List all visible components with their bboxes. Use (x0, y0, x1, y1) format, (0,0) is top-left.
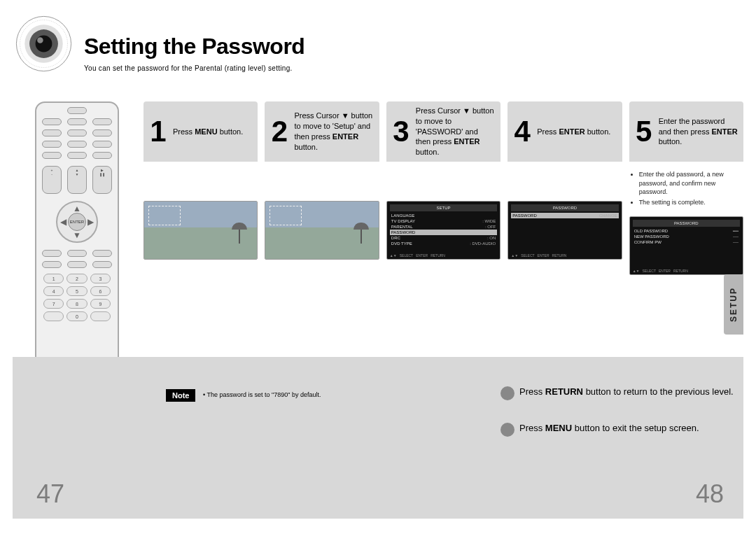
step-media: PASSWORDPASSWORDCHANGE▲▼SELECTENTERRETUR… (507, 201, 622, 260)
step-text: Press ENTER button. (537, 127, 610, 137)
step-number: 5 (634, 117, 654, 146)
tv-scene (265, 202, 378, 259)
header: Setting the Password You can set the pas… (14, 14, 742, 77)
steps-row: 1Press MENU button.2Press Cursor ▼ butto… (144, 101, 743, 275)
side-tab-setup: SETUP (724, 274, 743, 335)
step-number: 3 (391, 117, 412, 146)
step-text: Enter the password and then press ENTER … (659, 116, 738, 148)
step-header: 1Press MENU button. (144, 101, 258, 162)
step-media (144, 201, 258, 260)
page-subtitle: You can set the password for the Parenta… (84, 64, 293, 72)
step-header: 2Press Cursor ▼ button to move to 'Setup… (265, 101, 379, 162)
note-text: • The password is set to "7890" by defau… (203, 391, 321, 398)
osd-screen: PASSWORDOLD PASSWORD••••NEW PASSWORD----… (630, 217, 743, 274)
step-note-item: Enter the old password, a new password, … (639, 170, 743, 197)
page-number-left: 47 (36, 479, 64, 509)
step-header: 3Press Cursor ▼ button to move to 'PASSW… (386, 101, 500, 162)
step-media (265, 201, 379, 260)
step-number: 1 (148, 117, 169, 146)
step-number: 4 (512, 117, 533, 146)
footer-bullet-icon (500, 423, 514, 437)
footer-line-return: Press RETURN button to return to the pre… (519, 386, 734, 397)
footer-line-menu: Press MENU button to exit the setup scre… (519, 423, 699, 433)
svg-point-4 (36, 36, 52, 52)
step-5: 5Enter the password and then press ENTER… (629, 101, 743, 275)
step-notes: Enter the old password, a new password, … (629, 170, 743, 206)
footer-area (13, 357, 743, 519)
tv-scene (144, 202, 257, 259)
step-number: 2 (269, 117, 290, 146)
step-header: 5Enter the password and then press ENTER… (629, 101, 743, 162)
step-2: 2Press Cursor ▼ button to move to 'Setup… (265, 101, 379, 275)
step-media: PASSWORDOLD PASSWORD••••NEW PASSWORD----… (629, 216, 743, 275)
step-text: Press Cursor ▼ button to move to 'PASSWO… (416, 106, 495, 157)
note-badge: Note (166, 389, 195, 402)
page-title: Setting the Password (84, 34, 304, 59)
remote-enter-button: ENTER (68, 213, 86, 231)
step-4: 4Press ENTER button.PASSWORDPASSWORDCHAN… (507, 101, 622, 275)
footer-bullet-icon (500, 386, 514, 400)
speaker-icon (14, 14, 74, 73)
step-3: 3Press Cursor ▼ button to move to 'PASSW… (386, 101, 500, 275)
osd-screen: SETUPLANGUAGETV DISPLAY: WIDEPARENTAL: O… (387, 202, 500, 259)
step-text: Press Cursor ▼ button to move to 'Setup'… (294, 111, 373, 152)
step-text: Press MENU button. (173, 127, 243, 137)
step-media: SETUPLANGUAGETV DISPLAY: WIDEPARENTAL: O… (386, 201, 500, 260)
side-tab-label: SETUP (729, 287, 738, 322)
step-header: 4Press ENTER button. (507, 101, 622, 162)
page-number-right: 48 (696, 479, 724, 509)
svg-point-5 (37, 37, 43, 43)
step-1: 1Press MENU button. (144, 101, 258, 275)
osd-screen: PASSWORDPASSWORDCHANGE▲▼SELECTENTERRETUR… (508, 202, 621, 259)
remote-dpad: ▲ ▼ ◀ ▶ ENTER (56, 201, 98, 243)
step-note-item: The setting is complete. (639, 198, 743, 207)
